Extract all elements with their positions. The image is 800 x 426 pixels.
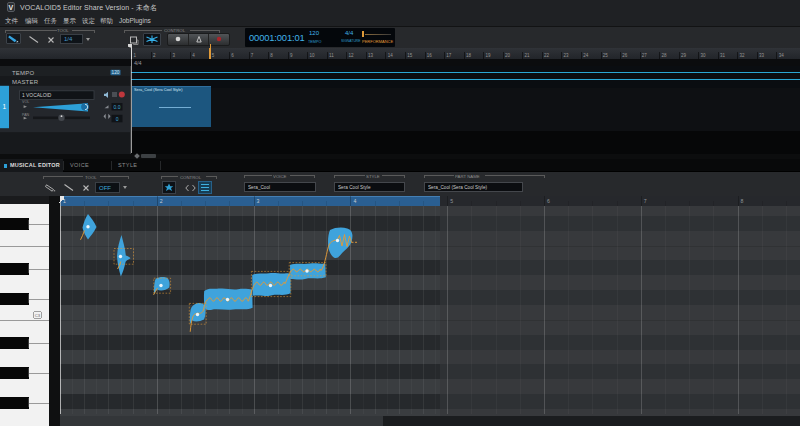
svg-text:17: 17 bbox=[446, 53, 452, 58]
svg-text:23: 23 bbox=[564, 53, 570, 58]
svg-text:30: 30 bbox=[701, 53, 707, 58]
svg-text:34: 34 bbox=[779, 53, 785, 58]
svg-text:12: 12 bbox=[349, 53, 355, 58]
svg-text:5: 5 bbox=[450, 198, 453, 204]
svg-text:C3: C3 bbox=[35, 313, 41, 318]
svg-text:0.0: 0.0 bbox=[114, 104, 121, 110]
svg-text:26: 26 bbox=[622, 53, 628, 58]
svg-text:20: 20 bbox=[505, 53, 511, 58]
svg-text:14: 14 bbox=[388, 53, 394, 58]
svg-text:0: 0 bbox=[116, 116, 119, 122]
svg-text:22: 22 bbox=[544, 53, 550, 58]
svg-text:10: 10 bbox=[309, 53, 315, 58]
svg-text:1: 1 bbox=[3, 103, 7, 110]
svg-text:28: 28 bbox=[661, 53, 667, 58]
svg-text:1 VOCALOID: 1 VOCALOID bbox=[22, 93, 52, 98]
svg-text:8: 8 bbox=[741, 198, 744, 204]
svg-text:15: 15 bbox=[407, 53, 413, 58]
svg-text:32: 32 bbox=[740, 53, 746, 58]
svg-text:VOL: VOL bbox=[22, 100, 29, 104]
svg-text:25: 25 bbox=[603, 53, 609, 58]
svg-text:11: 11 bbox=[329, 53, 334, 58]
svg-text:2: 2 bbox=[160, 198, 163, 204]
svg-text:29: 29 bbox=[681, 53, 687, 58]
svg-text:4/4: 4/4 bbox=[134, 60, 142, 66]
svg-text:31: 31 bbox=[720, 53, 726, 58]
svg-text:33: 33 bbox=[759, 53, 765, 58]
svg-text:16: 16 bbox=[427, 53, 433, 58]
svg-text:19: 19 bbox=[485, 53, 491, 58]
svg-text:21: 21 bbox=[525, 53, 531, 58]
svg-text:3: 3 bbox=[257, 198, 260, 204]
svg-text:24: 24 bbox=[583, 53, 589, 58]
svg-text:4: 4 bbox=[353, 198, 356, 204]
svg-text:18: 18 bbox=[466, 53, 472, 58]
svg-text:7: 7 bbox=[644, 198, 647, 204]
svg-text:13: 13 bbox=[368, 53, 374, 58]
svg-text:6: 6 bbox=[547, 198, 550, 204]
svg-text:PAN: PAN bbox=[22, 113, 30, 117]
svg-text:27: 27 bbox=[642, 53, 648, 58]
